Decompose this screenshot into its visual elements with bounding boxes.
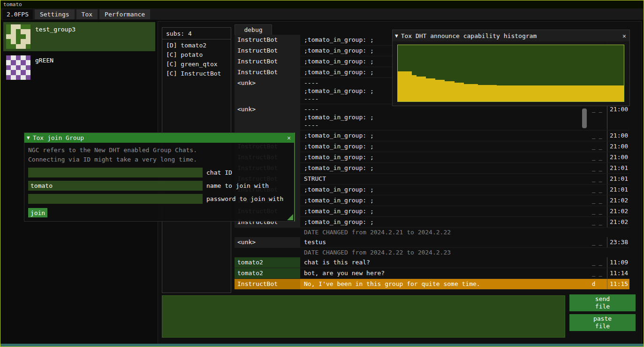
chat-row-author: InstructBot: [235, 279, 300, 289]
histogram-bar: [440, 80, 445, 101]
histogram-bar: [421, 77, 426, 101]
paste-file-button[interactable]: paste file: [569, 314, 636, 331]
chat-row-message: ;tomato_in_group: ;: [300, 195, 590, 206]
subs-count: subs: 4: [162, 28, 231, 39]
join-window-titlebar[interactable]: ▼ Tox join Group ✕: [24, 133, 294, 143]
join-name-input[interactable]: [28, 181, 203, 191]
histogram-bar: [445, 81, 449, 101]
collapse-icon[interactable]: ▼: [27, 135, 30, 141]
chat-row-flags: _ _: [590, 131, 607, 141]
close-icon[interactable]: ✕: [284, 134, 294, 141]
chat-row-flags: _ _: [590, 141, 607, 152]
join-name-label: name to join with: [206, 182, 269, 189]
histogram-bar: [431, 78, 435, 101]
histogram-bar: [582, 85, 586, 101]
chat-row-time: 21:00: [607, 152, 629, 162]
join-description: NGC refers to the New DHT enabled Group …: [24, 143, 294, 164]
histogram-bar: [487, 85, 492, 101]
chat-row-flags: _ _: [590, 206, 607, 216]
menu-item-performance[interactable]: Performance: [99, 9, 150, 19]
histogram-bar: [614, 85, 619, 101]
join-password-label: password to join with: [206, 195, 283, 202]
chat-row-time: 21:01: [607, 163, 629, 173]
tab-debug[interactable]: debug: [235, 24, 272, 35]
chat-row-time: 11:14: [607, 268, 629, 278]
histogram-window-title: Tox DHT announce capability histogram: [401, 32, 619, 39]
chat-row[interactable]: tomato2bot, are you new here?_ _11:14: [235, 268, 629, 279]
send-file-button[interactable]: send file: [569, 294, 636, 311]
chat-id-input[interactable]: [28, 168, 203, 177]
subs-member[interactable]: [C] potato: [162, 50, 231, 60]
chat-row-author: tomato2: [235, 268, 300, 278]
histogram-bar: [473, 84, 478, 101]
histogram-window-titlebar[interactable]: ▼ Tox DHT announce capability histogram …: [393, 30, 629, 41]
subs-member[interactable]: [C] green_qtox: [162, 60, 231, 69]
chat-date-row: DATE CHANGED from 2024.2.22 to 2024.2.23: [235, 248, 629, 257]
histogram-bar: [600, 85, 605, 101]
chat-row-flags: _ _: [590, 217, 607, 227]
close-icon[interactable]: ✕: [619, 32, 629, 39]
chat-row-flags: d: [590, 279, 607, 289]
sidebar-group-gREEN[interactable]: gREEN: [3, 53, 155, 82]
chat-row[interactable]: InstructBotNo, I've been in this group f…: [235, 279, 629, 290]
histogram-bar: [534, 85, 539, 101]
histogram-bar: [506, 85, 511, 101]
chat-scrollbar-thumb[interactable]: [582, 108, 587, 128]
chat-row-message: ;tomato_in_group: ;: [300, 185, 590, 195]
histogram-bar: [417, 77, 421, 101]
subs-list: [D] tomato2[C] potato[C] green_qtox[C] I…: [162, 39, 231, 78]
chat-row-author: InstructBot: [235, 67, 300, 77]
histogram-bar: [586, 85, 591, 101]
subs-member[interactable]: [C] InstructBot: [162, 69, 231, 78]
chat-row-flags: _ _: [590, 268, 607, 278]
sidebar-group-test_group3[interactable]: test_group3: [3, 22, 155, 51]
chat-row-message: ;tomato_in_group: ;: [300, 206, 590, 216]
chat-row[interactable]: <unk>----;tomato_in_group: ;----_ _21:00: [235, 104, 629, 131]
histogram-bar: [539, 85, 544, 101]
histogram-bar: [544, 85, 548, 101]
chat-id-label: chat ID: [206, 169, 232, 176]
chat-row[interactable]: <unk>testus_ _23:38: [235, 237, 629, 248]
chat-id-row: chat ID: [28, 167, 294, 177]
fps-counter: 2.0FPS: [2, 9, 33, 19]
menu-item-settings[interactable]: Settings: [35, 9, 75, 19]
group-name: gREEN: [35, 55, 53, 80]
chat-row-author: <unk>: [235, 237, 300, 247]
chat-row-message: ;tomato_in_group: ;: [300, 152, 590, 162]
group-avatar-icon: [6, 24, 30, 49]
chat-row-message: STRUCT: [300, 174, 590, 184]
chat-row-message: testus: [300, 237, 590, 247]
chat-row-flags: _ _: [590, 163, 607, 173]
subs-member[interactable]: [D] tomato2: [162, 41, 231, 50]
chat-row-message: bot, are you new here?: [300, 268, 590, 278]
group-name: test_group3: [35, 24, 76, 49]
join-group-window: ▼ Tox join Group ✕ NGC refers to the New…: [24, 132, 295, 222]
chat-row[interactable]: tomato2chat is this real?_ _11:09: [235, 257, 629, 268]
histogram-bar: [525, 85, 530, 101]
chat-row-time: 21:01: [607, 174, 629, 184]
menu-item-tox[interactable]: Tox: [76, 9, 98, 19]
message-input[interactable]: [162, 295, 565, 338]
window-bottom-edge[interactable]: [0, 344, 644, 347]
chat-row-time: 21:01: [607, 185, 629, 195]
join-window-title: Tox join Group: [33, 134, 284, 141]
chat-row-author: InstructBot: [235, 56, 300, 67]
histogram-bar: [511, 85, 515, 101]
titlebar[interactable]: tomato: [0, 0, 644, 8]
chat-row-time: 21:02: [607, 195, 629, 206]
chat-row-time: 23:38: [607, 237, 629, 247]
chat-row-time: 11:15: [607, 279, 629, 289]
histogram-bar: [501, 85, 506, 101]
collapse-icon[interactable]: ▼: [395, 33, 398, 39]
join-desc-line: Connecting via ID might take a very long…: [28, 155, 294, 164]
histogram-bar: [398, 71, 402, 101]
join-password-input[interactable]: [28, 194, 203, 204]
chat-row-time: 21:00: [607, 141, 629, 152]
join-button[interactable]: join: [28, 208, 47, 217]
histogram-bar: [563, 85, 568, 101]
chat-row-flags: _ _: [590, 237, 607, 247]
join-name-row: name to join with: [28, 180, 294, 191]
histogram-bar: [464, 84, 469, 101]
histogram-bar: [558, 85, 563, 101]
resize-grip[interactable]: [287, 214, 293, 220]
